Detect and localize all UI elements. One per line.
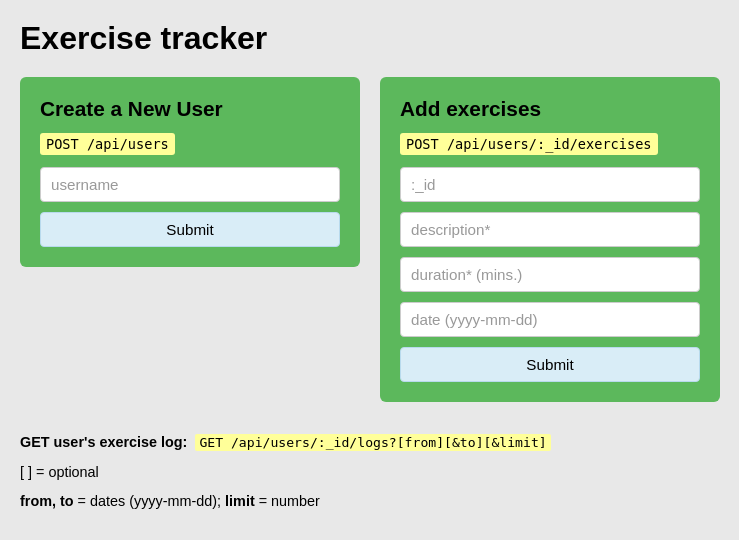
limit-label: limit bbox=[225, 493, 255, 509]
params-info-line: from, to = dates (yyyy-mm-dd); limit = n… bbox=[20, 491, 719, 513]
log-info-line: GET user's exercise log: GET /api/users/… bbox=[20, 432, 719, 454]
add-exercises-endpoint: POST /api/users/:_id/exercises bbox=[400, 133, 658, 155]
exercise-duration-input[interactable] bbox=[400, 257, 700, 292]
create-user-endpoint: POST /api/users bbox=[40, 133, 175, 155]
params-desc: = dates (yyyy-mm-dd); bbox=[78, 493, 226, 509]
optional-info-line: [ ] = optional bbox=[20, 462, 719, 484]
params-label: from, to bbox=[20, 493, 74, 509]
create-user-submit-button[interactable]: Submit bbox=[40, 212, 340, 247]
add-exercises-submit-button[interactable]: Submit bbox=[400, 347, 700, 382]
page-title: Exercise tracker bbox=[20, 20, 719, 57]
exercise-description-input[interactable] bbox=[400, 212, 700, 247]
log-label: GET user's exercise log: bbox=[20, 434, 187, 450]
log-endpoint-code: GET /api/users/:_id/logs?[from][&to][&li… bbox=[195, 434, 550, 451]
add-exercises-card: Add exercises POST /api/users/:_id/exerc… bbox=[380, 77, 720, 402]
exercise-date-input[interactable] bbox=[400, 302, 700, 337]
optional-label: [ ] = optional bbox=[20, 464, 99, 480]
cards-container: Create a New User POST /api/users Submit… bbox=[20, 77, 719, 402]
create-user-card: Create a New User POST /api/users Submit bbox=[20, 77, 360, 267]
create-user-heading: Create a New User bbox=[40, 97, 340, 121]
exercise-id-input[interactable] bbox=[400, 167, 700, 202]
add-exercises-heading: Add exercises bbox=[400, 97, 700, 121]
info-section: GET user's exercise log: GET /api/users/… bbox=[20, 432, 719, 513]
limit-desc: = number bbox=[259, 493, 320, 509]
username-input[interactable] bbox=[40, 167, 340, 202]
